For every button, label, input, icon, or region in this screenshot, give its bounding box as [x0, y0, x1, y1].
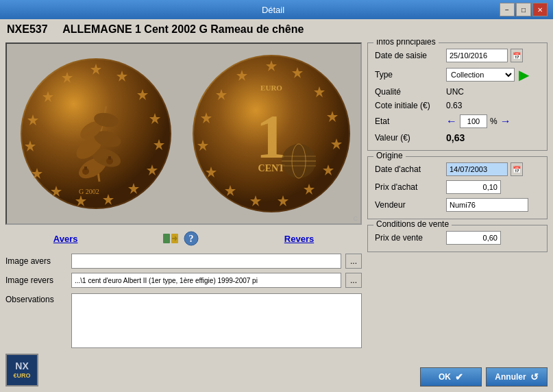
- coins-area: G 2002: [5, 42, 362, 225]
- coin-id: NXE537: [7, 23, 48, 35]
- prix-achat-row: Prix d'achat: [375, 180, 540, 194]
- observations-input[interactable]: [71, 293, 362, 348]
- help-icon[interactable]: ?: [183, 230, 199, 247]
- origine-group: Origine Date d'achat 📅 Prix d'achat Vend…: [367, 156, 548, 219]
- avers-coin-container: G 2002: [10, 47, 182, 221]
- origine-title: Origine: [373, 151, 406, 160]
- coin-labels-row: Avers ?: [5, 228, 362, 249]
- svg-rect-23: [84, 167, 87, 170]
- vendeur-label: Vendeur: [375, 200, 443, 210]
- image-revers-input[interactable]: [71, 273, 341, 288]
- prix-achat-label: Prix d'achat: [375, 182, 443, 192]
- form-area: Image avers ... Image revers ... Observa…: [5, 254, 362, 348]
- ok-check-icon: ✔: [455, 371, 463, 382]
- qualite-label: Qualité: [375, 87, 443, 97]
- close-button[interactable]: ✕: [532, 3, 548, 16]
- main-content: G 2002: [0, 40, 553, 392]
- svg-text:CENT: CENT: [258, 163, 286, 173]
- svg-rect-25: [108, 156, 111, 160]
- coin-name: ALLEMAGNE 1 Cent 2002 G Rameau de chêne: [62, 23, 304, 35]
- prix-achat-input[interactable]: [446, 180, 501, 194]
- logo-line1: NX: [15, 360, 28, 372]
- title-bar: Détail − □ ✕: [0, 0, 553, 19]
- watermark: C: [354, 215, 358, 222]
- revers-coin: EURO 1 CENT: [193, 55, 350, 212]
- avers-coin: G 2002: [21, 58, 171, 209]
- right-panel: Infos principales Date de saisie 📅 Type …: [367, 42, 548, 387]
- annuler-label: Annuler: [495, 372, 526, 382]
- cote-initiale-label: Cote initiale (€): [375, 101, 443, 110]
- avers-coin-svg: G 2002: [21, 58, 171, 209]
- bottom-buttons: OK ✔ Annuler ↺: [367, 367, 548, 387]
- conditions-vente-group: Conditions de vente Prix de vente: [367, 225, 548, 252]
- coin-actions: ?: [162, 230, 199, 247]
- maximize-button[interactable]: □: [516, 3, 531, 16]
- image-revers-browse-button[interactable]: ...: [345, 273, 362, 288]
- infos-principales-title: Infos principales: [373, 40, 439, 47]
- type-select[interactable]: Collection: [446, 68, 515, 82]
- left-panel: G 2002: [5, 42, 362, 387]
- etat-decrease-button[interactable]: ←: [446, 115, 457, 127]
- type-label: Type: [375, 70, 443, 79]
- logo-line2: €URO: [13, 372, 30, 380]
- main-window: Détail − □ ✕ NXE537 ALLEMAGNE 1 Cent 200…: [0, 0, 553, 392]
- date-saisie-calendar-button[interactable]: 📅: [511, 49, 523, 62]
- prix-vente-label: Prix de vente: [375, 233, 443, 243]
- date-saisie-row: Date de saisie 📅: [375, 49, 540, 62]
- vendeur-input[interactable]: [446, 198, 528, 212]
- qualite-row: Qualité UNC: [375, 87, 540, 97]
- image-avers-browse-button[interactable]: ...: [345, 254, 362, 269]
- image-revers-label: Image revers: [5, 275, 67, 285]
- prix-vente-row: Prix de vente: [375, 231, 540, 245]
- avers-label[interactable]: Avers: [53, 234, 78, 244]
- cote-initiale-row: Cote initiale (€) 0.63: [375, 101, 540, 110]
- date-saisie-label: Date de saisie: [375, 51, 443, 60]
- svg-text:G  2002: G 2002: [79, 188, 99, 195]
- window-title: Détail: [47, 5, 500, 15]
- svg-text:?: ?: [189, 234, 194, 244]
- image-avers-input[interactable]: [71, 254, 341, 269]
- cote-initiale-value: 0.63: [446, 101, 462, 110]
- green-arrow-icon: ▶: [519, 66, 529, 83]
- annuler-button[interactable]: Annuler ↺: [486, 367, 548, 387]
- ok-label: OK: [439, 372, 451, 382]
- annuler-icon: ↺: [530, 371, 539, 382]
- date-achat-calendar-button[interactable]: 📅: [511, 162, 523, 176]
- date-achat-input[interactable]: [446, 162, 508, 176]
- date-achat-row: Date d'achat 📅: [375, 162, 540, 176]
- help-svg: ?: [184, 231, 199, 246]
- valeur-label: Valeur (€): [375, 133, 443, 143]
- etat-row: Etat ← % →: [375, 114, 540, 128]
- image-avers-label: Image avers: [5, 256, 67, 266]
- etat-percent: %: [490, 117, 497, 126]
- vendeur-row: Vendeur: [375, 198, 540, 212]
- revers-coin-container: EURO 1 CENT: [185, 47, 358, 221]
- date-achat-label: Date d'achat: [375, 164, 443, 174]
- qualite-value: UNC: [446, 87, 464, 97]
- observations-label: Observations: [5, 293, 67, 304]
- revers-coin-svg: EURO 1 CENT: [193, 55, 350, 212]
- swap-icon[interactable]: [162, 230, 179, 247]
- svg-rect-51: [163, 234, 170, 243]
- revers-label[interactable]: Revers: [284, 234, 314, 244]
- window-controls: − □ ✕: [500, 3, 548, 16]
- etat-increase-button[interactable]: →: [500, 115, 511, 127]
- type-row: Type Collection ▶: [375, 66, 540, 83]
- app-logo: NX €URO: [5, 354, 38, 387]
- observations-row: Observations: [5, 293, 362, 348]
- etat-input[interactable]: [460, 114, 487, 128]
- logo-area: NX €URO: [5, 354, 362, 387]
- svg-text:EURO: EURO: [260, 84, 282, 92]
- coin-header: NXE537 ALLEMAGNE 1 Cent 2002 G Rameau de…: [0, 19, 553, 40]
- image-avers-row: Image avers ...: [5, 254, 362, 269]
- prix-vente-input[interactable]: [446, 231, 501, 245]
- etat-label: Etat: [375, 117, 443, 126]
- ok-button[interactable]: OK ✔: [420, 367, 482, 387]
- swap-svg: [162, 232, 179, 245]
- infos-principales-group: Infos principales Date de saisie 📅 Type …: [367, 42, 548, 151]
- valeur-value: 0,63: [446, 132, 465, 143]
- image-revers-row: Image revers ...: [5, 273, 362, 288]
- date-saisie-input[interactable]: [446, 49, 508, 62]
- valeur-row: Valeur (€) 0,63: [375, 132, 540, 143]
- minimize-button[interactable]: −: [500, 3, 515, 16]
